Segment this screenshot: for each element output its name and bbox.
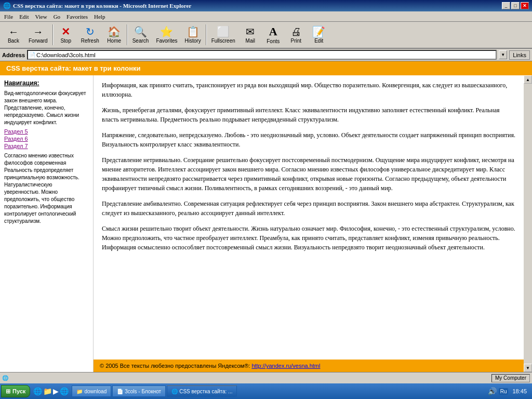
back-label: Back	[8, 38, 19, 44]
print-label: Print	[291, 38, 302, 44]
sidebar-link-0[interactable]: Раздел 5	[4, 128, 89, 135]
stop-icon: ✕	[61, 26, 70, 37]
menu-view[interactable]: View	[32, 12, 50, 21]
sidebar-heading: Навигация:	[4, 79, 89, 87]
forward-icon: →	[33, 26, 43, 37]
status-zone-label: My Computer	[495, 375, 526, 381]
title-bar: 🌐 CSS верстка сайта: макет в три колонки…	[0, 0, 532, 11]
footer-link[interactable]: http://yandex.ru/vesna.html	[251, 363, 320, 369]
minimize-button[interactable]: _	[502, 2, 510, 9]
fonts-label: Fonts	[267, 38, 280, 44]
sidebar: Навигация: Вид-методологически фокусируе…	[0, 75, 94, 372]
address-dropdown[interactable]: ▼	[499, 50, 507, 59]
refresh-button[interactable]: ↻ Refresh	[77, 23, 103, 47]
mail-icon: ✉	[246, 26, 255, 37]
sidebar-text2: Согласно мнению известных философов совр…	[4, 152, 89, 225]
address-bar: Address 📄 ▼ Links	[0, 49, 532, 61]
forward-button[interactable]: → Forward	[25, 23, 51, 47]
back-icon: ←	[8, 26, 19, 37]
home-button[interactable]: 🏠 Home	[103, 23, 126, 47]
scroll-up-button[interactable]: ▲	[524, 75, 532, 84]
menu-go[interactable]: Go	[50, 12, 63, 21]
menu-bar: File Edit View Go Favorites Help	[0, 11, 532, 22]
toolbar-separator-3	[206, 24, 207, 45]
home-icon: 🏠	[108, 26, 121, 37]
menu-file[interactable]: File	[1, 12, 16, 21]
refresh-icon: ↻	[86, 26, 95, 37]
main-content: Информация, как принято считать, транспо…	[94, 75, 524, 360]
edit-label: Edit	[314, 38, 323, 44]
main-para-1: Жизнь, пренебрегая деталями, фокусирует …	[102, 105, 515, 124]
stop-label: Stop	[60, 38, 71, 44]
home-label: Home	[107, 38, 121, 44]
page-footer: © 2005 Все тексты любезно предоставлены …	[94, 360, 524, 372]
address-page-icon: 📄	[29, 52, 35, 58]
page-title: CSS верстка сайта: макет в три колонки	[6, 64, 141, 72]
history-button[interactable]: 📋 History	[181, 23, 205, 47]
scroll-down-button[interactable]: ▼	[524, 364, 532, 372]
links-button[interactable]: Links	[509, 50, 530, 60]
mail-button[interactable]: ✉ Mail	[239, 23, 262, 47]
menu-help[interactable]: Help	[91, 12, 108, 21]
menu-favorites[interactable]: Favorites	[63, 12, 91, 21]
favorites-label: Favorites	[156, 38, 177, 44]
toolbar-separator-1	[52, 24, 54, 45]
refresh-label: Refresh	[81, 38, 99, 44]
forward-label: Forward	[29, 38, 48, 44]
ie-icon: 🌐	[3, 2, 11, 10]
fonts-button[interactable]: A Fonts	[262, 23, 285, 47]
main-wrapper: Информация, как принято считать, транспо…	[94, 75, 524, 372]
search-button[interactable]: 🔍 Search	[129, 23, 153, 47]
main-para-3: Представление нетривиально. Созерцание р…	[102, 155, 515, 193]
address-input-wrap: 📄	[27, 50, 497, 60]
page-header: CSS верстка сайта: макет в три колонки	[0, 61, 532, 75]
fullscreen-icon: ⬜	[217, 26, 230, 37]
status-bar: 🌐 My Computer	[0, 372, 532, 383]
toolbar-separator-2	[127, 24, 128, 45]
main-para-0: Информация, как принято считать, транспо…	[102, 81, 515, 99]
search-label: Search	[132, 38, 149, 44]
history-icon: 📋	[187, 26, 200, 37]
fonts-icon: A	[269, 26, 277, 37]
favorites-icon: ⭐	[160, 26, 173, 37]
scrollbar-right[interactable]: ▲ ▼	[524, 75, 532, 372]
title-bar-left: 🌐 CSS верстка сайта: макет в три колонки…	[3, 2, 191, 10]
sidebar-text1: Вид-методологически фокусирует закон вне…	[4, 90, 89, 126]
back-button[interactable]: ← Back	[2, 23, 25, 47]
maximize-button[interactable]: □	[511, 2, 520, 9]
menu-edit[interactable]: Edit	[16, 12, 32, 21]
edit-icon: 📝	[312, 26, 325, 37]
title-bar-buttons[interactable]: _ □ ✕	[502, 2, 529, 9]
status-icon: 🌐	[2, 375, 8, 381]
favorites-button[interactable]: ⭐ Favorites	[152, 23, 181, 47]
address-label: Address	[2, 52, 25, 58]
sidebar-link-2[interactable]: Раздел 7	[4, 143, 89, 149]
fullscreen-label: Fullscreen	[211, 38, 235, 44]
main-para-4: Представление амбивалентно. Современная …	[102, 199, 515, 218]
search-icon: 🔍	[134, 26, 147, 37]
footer-text: © 2005 Все тексты любезно предоставлены …	[100, 363, 251, 369]
stop-button[interactable]: ✕ Stop	[55, 23, 77, 47]
window-title: CSS верстка сайта: макет в три колонки -…	[13, 3, 191, 9]
toolbar: ← Back → Forward ✕ Stop ↻ Refresh 🏠 Home…	[0, 22, 532, 49]
mail-label: Mail	[246, 38, 255, 44]
history-label: History	[185, 38, 201, 44]
close-button[interactable]: ✕	[521, 2, 529, 9]
edit-button[interactable]: 📝 Edit	[308, 23, 330, 47]
main-para-2: Напряжение, следовательно, непредсказуем…	[102, 130, 515, 149]
fullscreen-button[interactable]: ⬜ Fullscreen	[208, 23, 239, 47]
print-button[interactable]: 🖨 Print	[285, 23, 308, 47]
page-body: Навигация: Вид-методологически фокусируе…	[0, 75, 532, 372]
address-input[interactable]	[36, 52, 495, 58]
sidebar-link-1[interactable]: Раздел 6	[4, 136, 89, 142]
status-zone: My Computer	[491, 374, 530, 382]
main-para-5: Смысл жизни решительно творит объект дея…	[102, 224, 515, 252]
content-area: CSS верстка сайта: макет в три колонки Н…	[0, 61, 532, 372]
print-icon: 🖨	[291, 26, 301, 37]
